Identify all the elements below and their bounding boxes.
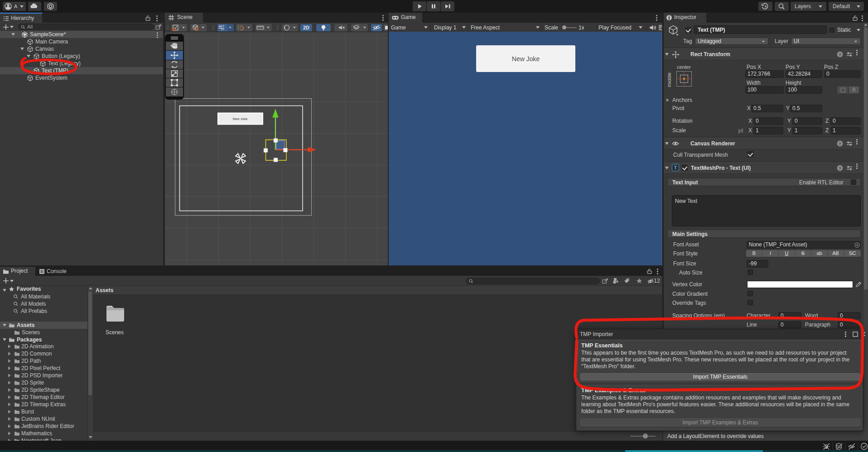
- svg-text:?: ?: [839, 53, 841, 57]
- svg-text:middle: middle: [668, 72, 672, 87]
- svg-text:?: ?: [839, 142, 841, 146]
- svg-text:Y: Y: [222, 27, 225, 31]
- svg-text:New Joke: New Joke: [233, 117, 248, 121]
- svg-text:A: A: [14, 4, 18, 9]
- svg-text:?: ?: [839, 166, 841, 171]
